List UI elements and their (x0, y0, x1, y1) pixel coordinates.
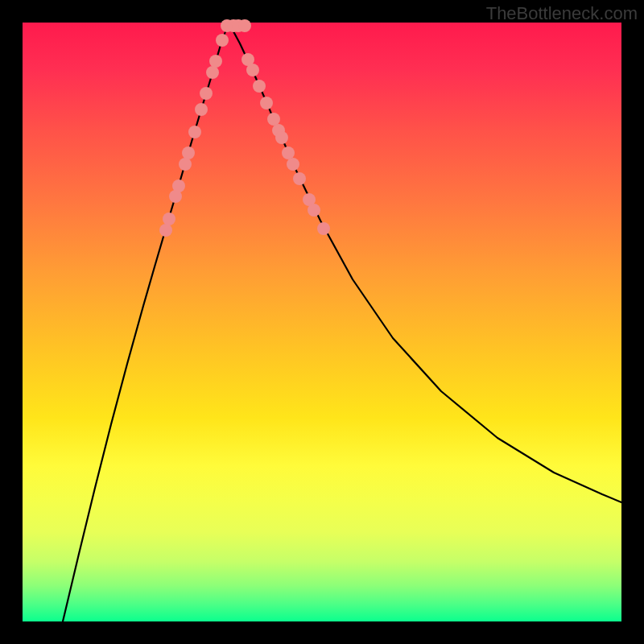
data-marker (206, 66, 219, 79)
chart-frame: TheBottleneck.com (0, 0, 644, 644)
data-marker (172, 180, 185, 192)
data-marker (267, 113, 280, 126)
data-marker (159, 224, 172, 237)
data-marker (163, 213, 175, 225)
curve-group (63, 23, 621, 621)
data-marker (246, 64, 259, 76)
data-marker (179, 158, 192, 171)
data-marker (253, 80, 266, 93)
data-marker (282, 147, 295, 159)
data-marker (216, 34, 229, 47)
watermark-text: TheBottleneck.com (486, 3, 638, 24)
chart-svg (23, 23, 621, 621)
data-marker (209, 55, 222, 68)
data-marker (195, 103, 208, 116)
data-marker (182, 147, 195, 159)
data-marker (293, 172, 306, 185)
plot-area (23, 23, 621, 621)
data-marker (200, 87, 213, 100)
data-marker (308, 204, 320, 217)
data-marker (317, 222, 330, 235)
data-marker (188, 126, 201, 138)
data-marker (275, 131, 288, 144)
data-marker (260, 97, 273, 109)
data-marker (238, 19, 251, 32)
data-marker (287, 158, 299, 171)
curve-bottleneck-curve-right (229, 23, 621, 502)
